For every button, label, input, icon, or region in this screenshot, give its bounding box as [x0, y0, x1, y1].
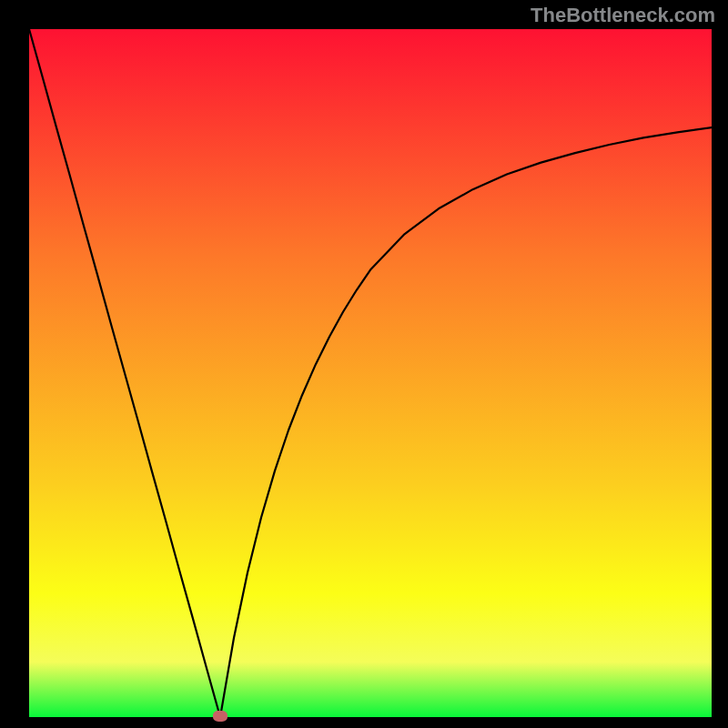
- dip-marker: [213, 711, 228, 722]
- bottleneck-chart: [29, 29, 712, 717]
- gradient-background: [29, 29, 712, 717]
- attribution-label: TheBottleneck.com: [531, 4, 715, 27]
- chart-frame: TheBottleneck.com: [0, 0, 728, 728]
